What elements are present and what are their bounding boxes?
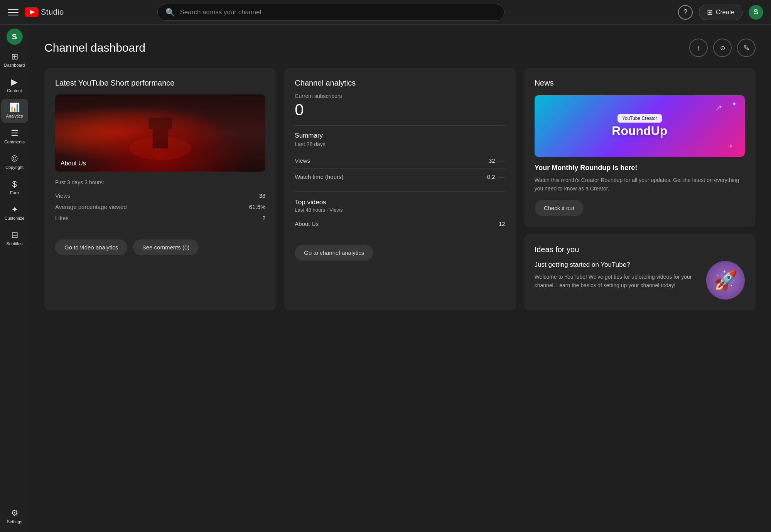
live-icon: ⊙ (720, 44, 725, 52)
upload-icon: ↑ (697, 44, 700, 52)
latest-short-title: Latest YouTube Short performance (55, 79, 265, 88)
right-column: News YouTube Creator RoundUp ✦ ↑ ✦ Your … (524, 68, 756, 310)
page-title: Channel dashboard (44, 41, 145, 54)
top-videos-title: Top videos (295, 199, 505, 206)
views-value: 32 — (489, 157, 505, 165)
sidebar: S ⊞ Dashboard ▶ Content 📊 Analytics ☰ Co… (0, 25, 29, 532)
sidebar-item-customize[interactable]: ✦ Customize (1, 201, 28, 225)
page-header: Channel dashboard ↑ ⊙ ✎ (44, 39, 756, 57)
sidebar-item-settings[interactable]: ⚙ Settings (1, 504, 28, 528)
sidebar-label-content: Content (7, 88, 22, 93)
hamburger-menu[interactable] (8, 9, 19, 15)
watchtime-label: Watch time (hours) (295, 173, 343, 180)
ideas-title: Ideas for you (535, 245, 745, 254)
sidebar-item-copyright[interactable]: © Copyright (1, 150, 28, 174)
news-badge: YouTube Creator (617, 114, 662, 123)
sidebar-item-analytics[interactable]: 📊 Analytics (1, 99, 28, 123)
settings-icon: ⚙ (11, 508, 19, 518)
top-video-row: About Us 12 (295, 217, 505, 230)
summary-title: Summary (295, 132, 505, 140)
sidebar-item-content[interactable]: ▶ Content (1, 73, 28, 97)
sidebar-bottom: ⚙ Settings (1, 504, 28, 528)
main-layout: S ⊞ Dashboard ▶ Content 📊 Analytics ☰ Co… (0, 25, 771, 532)
summary-period: Last 28 days (295, 141, 505, 147)
sidebar-item-dashboard[interactable]: ⊞ Dashboard (1, 48, 28, 72)
see-comments-button[interactable]: See comments (0) (133, 239, 199, 255)
sidebar-label-copyright: Copyright (5, 165, 24, 170)
star-icon-1: ✦ (731, 100, 737, 108)
sidebar-label-dashboard: Dashboard (4, 63, 25, 68)
create-icon: ⊞ (707, 8, 713, 17)
studio-label: Studio (41, 8, 64, 17)
top-video-name: About Us (295, 221, 319, 227)
youtube-logo-icon (25, 7, 39, 17)
sidebar-label-earn: Earn (10, 190, 19, 195)
news-card: News YouTube Creator RoundUp ✦ ↑ ✦ Your … (524, 68, 756, 227)
views-metric-row: Views 32 — (295, 153, 505, 169)
stat-likes-label: Likes (55, 215, 69, 221)
news-title: News (535, 79, 745, 88)
sidebar-label-settings: Settings (7, 519, 22, 524)
top-video-views: 12 (499, 221, 505, 227)
stat-views-label: Views (55, 192, 71, 199)
sidebar-label-subtitles: Subtitles (6, 241, 22, 246)
topnav: Studio 🔍 ? ⊞ Create S (0, 0, 771, 25)
stat-avg-row: Average percentage viewed 61.5% (55, 201, 265, 212)
main-content: Channel dashboard ↑ ⊙ ✎ Latest YouTube S… (29, 25, 771, 532)
stat-views-row: Views 38 (55, 190, 265, 201)
views-label: Views (295, 157, 310, 164)
search-input[interactable] (180, 8, 496, 16)
create-button[interactable]: ⊞ Create (699, 5, 742, 20)
svg-rect-4 (149, 118, 172, 129)
divider (55, 230, 265, 230)
upload-button[interactable]: ↑ (689, 39, 708, 57)
search-icon: 🔍 (165, 8, 175, 17)
user-avatar[interactable]: S (749, 5, 763, 20)
search-bar[interactable]: 🔍 (157, 4, 504, 21)
sidebar-label-comments: Comments (4, 140, 25, 145)
earn-icon: $ (12, 179, 17, 189)
edit-icon: ✎ (743, 43, 750, 52)
stat-likes-row: Likes 2 (55, 212, 265, 224)
dashboard-icon: ⊞ (11, 52, 18, 62)
comments-icon: ☰ (11, 128, 19, 138)
news-image: YouTube Creator RoundUp ✦ ↑ ✦ (535, 95, 745, 157)
sidebar-item-comments[interactable]: ☰ Comments (1, 125, 28, 148)
check-it-out-button[interactable]: Check it out (535, 200, 584, 216)
ideas-subtitle: Just getting started on YouTube? (535, 261, 698, 269)
period-label: First 3 days 3 hours: (55, 179, 265, 185)
sidebar-label-analytics: Analytics (6, 114, 23, 119)
create-label: Create (716, 9, 734, 16)
subscribers-count: 0 (295, 101, 505, 119)
go-to-channel-analytics-button[interactable]: Go to channel analytics (295, 245, 373, 261)
latest-short-card: Latest YouTube Short performance About U… (44, 68, 276, 310)
stat-likes-value: 2 (262, 215, 265, 221)
news-headline: Your Monthly Roundup is here! (535, 164, 745, 172)
edit-button[interactable]: ✎ (737, 39, 756, 57)
help-button[interactable]: ? (678, 5, 693, 20)
watchtime-dash: — (498, 173, 505, 181)
cards-row: Latest YouTube Short performance About U… (44, 68, 756, 310)
sidebar-avatar[interactable]: S (7, 29, 23, 45)
go-to-video-analytics-button[interactable]: Go to video analytics (55, 239, 127, 255)
go-live-button[interactable]: ⊙ (713, 39, 732, 57)
ideas-inner: Just getting started on YouTube? Welcome… (535, 261, 745, 300)
video-thumbnail: About Us (55, 94, 265, 172)
ideas-body: Welcome to YouTube! We've got tips for u… (535, 273, 698, 290)
top-videos-period: Last 48 hours · Views (295, 207, 505, 213)
watchtime-value: 0.2 — (487, 173, 505, 181)
roundup-text: RoundUp (612, 124, 667, 138)
news-image-content: YouTube Creator RoundUp (612, 114, 667, 138)
stat-avg-value: 61.5% (249, 204, 266, 210)
customize-icon: ✦ (11, 205, 18, 215)
rocket-illustration: 🚀 (706, 261, 745, 300)
subscribers-label: Current subscribers (295, 93, 505, 99)
sidebar-item-subtitles[interactable]: ⊟ Subtitles (1, 226, 28, 250)
analytics-icon: 📊 (9, 103, 20, 113)
stat-avg-label: Average percentage viewed (55, 204, 127, 210)
sidebar-item-earn[interactable]: $ Earn (1, 175, 28, 199)
channel-analytics-title: Channel analytics (295, 79, 505, 88)
copyright-icon: © (11, 154, 17, 164)
nav-right: ? ⊞ Create S (678, 5, 763, 20)
news-arrow-icon: ↑ (713, 101, 725, 114)
